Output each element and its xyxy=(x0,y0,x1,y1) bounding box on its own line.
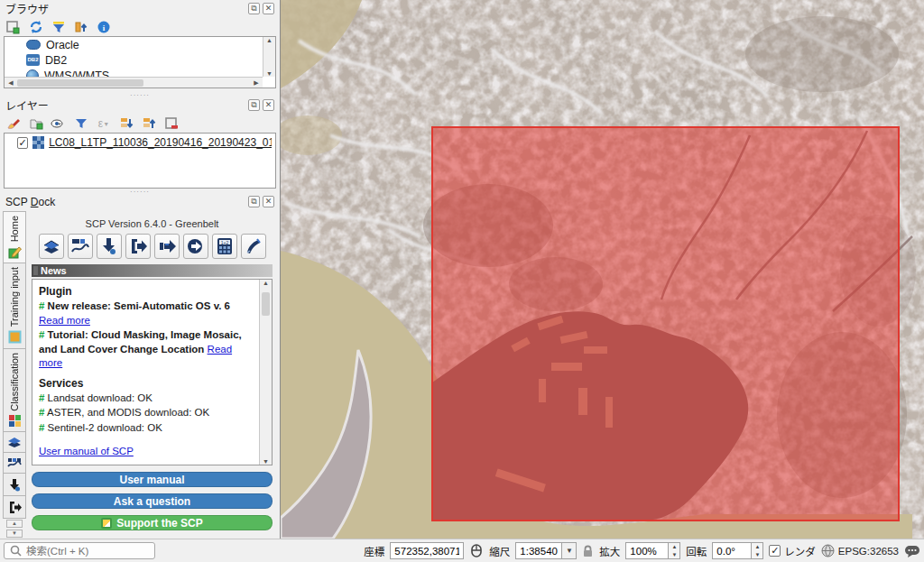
user-manual-button[interactable]: User manual xyxy=(32,472,273,487)
status-bar: 座標 縮尺 ▼ 拡大 ▲▼ 回転 ▲▼ ✓ レンダ EPSG:32653 xyxy=(0,539,924,562)
scroll-down-icon[interactable]: ▼ xyxy=(261,458,272,465)
browser-panel: ブラウザ ⧉ ✕ i Oracle DB2 D xyxy=(0,0,280,93)
news-box: Plugin # New release: Semi-Automatic OS … xyxy=(32,279,273,465)
layers-toolbar: ε▼ xyxy=(0,113,280,134)
scp-dock-titlebar: SCP Dock ⧉ ✕ xyxy=(0,193,280,209)
rotation-spinner[interactable]: ▲▼ xyxy=(752,542,763,559)
scale-dropdown-icon[interactable]: ▼ xyxy=(562,542,577,559)
import-arrow-icon xyxy=(7,500,22,514)
tab-scroll-down-icon[interactable]: ▼ xyxy=(6,530,23,538)
coordinate-input[interactable] xyxy=(390,542,464,559)
download-products-button[interactable] xyxy=(97,234,122,259)
browser-float-icon[interactable]: ⧉ xyxy=(248,3,260,14)
refresh-icon[interactable] xyxy=(28,19,44,35)
scroll-down-icon[interactable]: ▼ xyxy=(264,70,275,77)
tab-training-input[interactable]: Training input xyxy=(3,263,26,348)
news-content: Plugin # New release: Semi-Automatic OS … xyxy=(32,280,259,465)
calc-glyph: 1+2 xyxy=(220,240,228,245)
add-favorite-icon[interactable] xyxy=(5,19,22,35)
band-calc-button[interactable]: 1+2 xyxy=(212,234,237,259)
scroll-up-icon[interactable]: ▲ xyxy=(261,280,272,286)
layers-close-icon[interactable]: ✕ xyxy=(263,99,274,111)
import-button[interactable] xyxy=(125,234,151,259)
collapse-all-icon[interactable] xyxy=(141,115,157,132)
scp-content: SCP Version 6.4.0 - Greenbelt xyxy=(26,211,280,533)
tab-download-products[interactable] xyxy=(3,473,26,496)
scale-label: 縮尺 xyxy=(489,544,510,558)
script-pen-button[interactable] xyxy=(241,234,266,259)
locator-search[interactable] xyxy=(4,542,155,559)
tab-band-set[interactable] xyxy=(3,431,26,453)
ask-question-button[interactable]: Ask a question xyxy=(32,493,273,509)
map-themes-icon[interactable] xyxy=(51,115,67,132)
tab-training-label: Training input xyxy=(9,267,20,327)
scp-close-icon[interactable]: ✕ xyxy=(263,196,274,207)
browser-item-label: Oracle xyxy=(46,39,79,51)
layer-visibility-checkbox[interactable]: ✓ xyxy=(17,137,28,149)
classification-icon xyxy=(7,413,22,428)
filter-legend-icon[interactable] xyxy=(73,115,89,132)
layers-panel: レイヤー ⧉ ✕ ε▼ ✓ xyxy=(0,97,280,191)
browser-close-icon[interactable]: ✕ xyxy=(263,3,274,14)
browser-item-label: DB2 xyxy=(45,54,67,67)
collapse-all-browser-icon[interactable] xyxy=(73,19,89,35)
browser-horizontal-scrollbar[interactable]: ◀ ▶ xyxy=(5,77,263,88)
preprocessing-button[interactable] xyxy=(154,234,180,259)
scroll-left-icon[interactable]: ◀ xyxy=(5,79,16,87)
scroll-right-icon[interactable]: ▶ xyxy=(251,79,262,87)
browser-toolbar: i xyxy=(0,16,280,38)
news-services-heading: Services xyxy=(39,376,255,391)
browser-tree: Oracle DB2 DB2 WMS/WMTS ▲ ▼ ◀ ▶ xyxy=(4,36,276,88)
render-checkbox[interactable]: ✓ xyxy=(769,545,781,557)
tab-band-processing[interactable] xyxy=(3,452,26,474)
support-pencil-icon xyxy=(101,518,112,529)
messages-icon[interactable] xyxy=(904,544,920,558)
tab-classification[interactable]: Classification xyxy=(3,348,26,433)
map-canvas[interactable] xyxy=(280,0,924,539)
scale-input[interactable] xyxy=(515,542,562,559)
filter-browser-icon[interactable] xyxy=(51,19,67,35)
search-input[interactable] xyxy=(26,546,134,557)
rotation-input[interactable] xyxy=(712,542,752,559)
support-scp-button[interactable]: Support the SCP xyxy=(32,515,273,530)
band-set-icon xyxy=(7,436,22,448)
browser-item-wms[interactable]: WMS/WMTS xyxy=(5,68,263,77)
scp-float-icon[interactable]: ⧉ xyxy=(248,196,260,207)
browser-item-db2[interactable]: DB2 DB2 xyxy=(5,52,263,68)
layer-row[interactable]: ✓ LC08_L1TP_110036_20190416_20190423_01_… xyxy=(5,134,275,151)
tab-import[interactable] xyxy=(3,495,26,519)
user-manual-link[interactable]: User manual of SCP xyxy=(39,445,134,459)
raster-layer-icon xyxy=(32,136,44,149)
tab-scroll-up-icon[interactable]: ▲ xyxy=(6,520,23,528)
mouse-extent-icon[interactable] xyxy=(469,544,484,557)
filter-expression-icon[interactable]: ε▼ xyxy=(96,115,112,132)
read-more-link[interactable]: Read more xyxy=(39,315,90,326)
scroll-thumb[interactable] xyxy=(17,79,143,87)
layer-styling-icon[interactable] xyxy=(5,115,22,132)
scp-dock-title: SCP Dock xyxy=(5,196,248,208)
browser-item-oracle[interactable]: Oracle xyxy=(5,37,263,52)
band-set-button[interactable] xyxy=(39,234,64,259)
magnifier-input[interactable] xyxy=(625,542,669,559)
tab-home[interactable]: Home xyxy=(3,211,26,263)
search-icon xyxy=(10,545,22,557)
add-group-icon[interactable] xyxy=(28,115,44,132)
scroll-thumb[interactable] xyxy=(262,292,270,316)
layers-panel-titlebar: レイヤー ⧉ ✕ xyxy=(0,97,280,113)
postprocessing-button[interactable] xyxy=(183,234,208,259)
scp-dock-panel: SCP Dock ⧉ ✕ Home Training input Classif… xyxy=(0,193,280,533)
magnifier-spinner[interactable]: ▲▼ xyxy=(669,542,680,559)
news-scrollbar[interactable]: ▲ ▼ xyxy=(259,280,272,465)
crs-status[interactable]: EPSG:32653 xyxy=(821,544,899,557)
rotation-label: 回転 xyxy=(686,544,707,558)
browser-item-label: WMS/WMTS xyxy=(44,69,109,78)
lock-scale-icon[interactable] xyxy=(582,545,594,557)
properties-info-icon[interactable]: i xyxy=(96,19,112,35)
render-toggle[interactable]: ✓ レンダ xyxy=(769,544,816,558)
layers-float-icon[interactable]: ⧉ xyxy=(248,99,260,111)
remove-layer-icon[interactable] xyxy=(163,115,180,132)
scroll-up-icon[interactable]: ▲ xyxy=(264,37,275,43)
band-processing-button[interactable] xyxy=(68,234,93,259)
expand-all-icon[interactable] xyxy=(118,115,134,132)
browser-vertical-scrollbar[interactable]: ▲ ▼ xyxy=(263,37,275,77)
